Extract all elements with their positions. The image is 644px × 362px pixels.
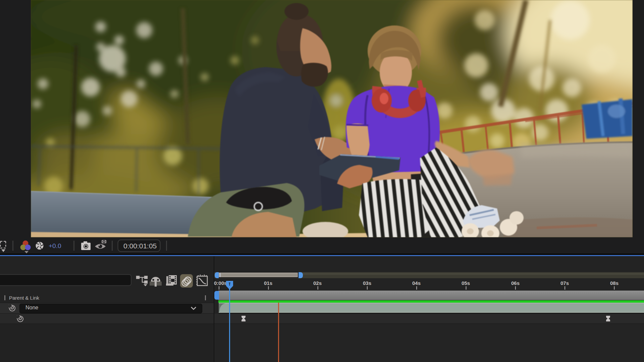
- svg-text:0:00:01:05: 0:00:01:05: [123, 242, 157, 250]
- svg-text:+0.0: +0.0: [49, 242, 61, 249]
